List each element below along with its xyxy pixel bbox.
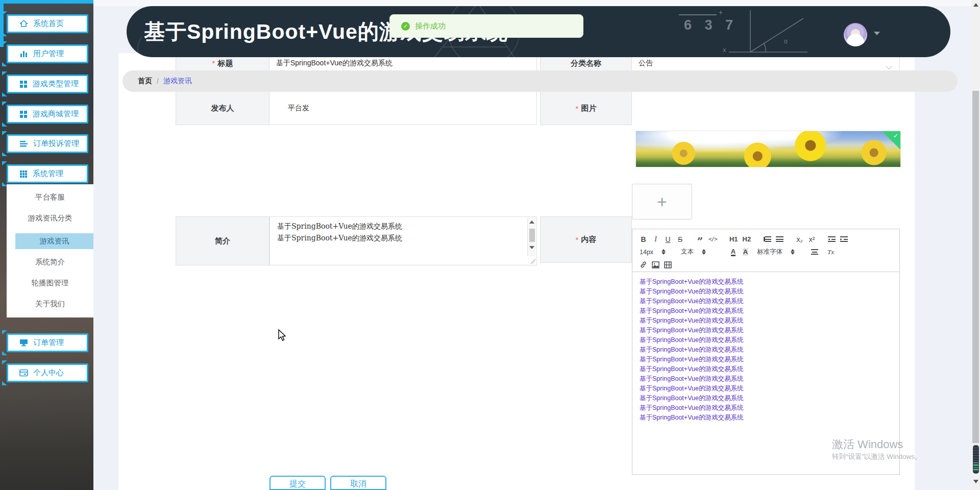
sidebar-item-label: 用户管理 [33,49,64,59]
chalk-numbers: 6 3 7 [684,17,738,33]
title-value: 基于SpringBoot+Vue的游戏交易系统 [276,59,393,68]
grid-icon [19,80,28,88]
highlight-color-button[interactable]: A [743,248,748,256]
monitor-icon [19,339,28,347]
avatar[interactable] [844,23,867,46]
font-family-value: 标准字体 [757,248,782,256]
scroll-down-icon[interactable] [529,246,534,249]
mouse-cursor [278,329,287,341]
submenu-item-about-us[interactable]: 关于我们 [7,296,93,312]
required-asterisk: * [576,235,579,244]
resize-grip-icon[interactable] [530,259,535,264]
card-icon [19,369,28,377]
submenu-item-platform-service[interactable]: 平台客服 [7,189,93,205]
h1-button[interactable]: H1 [729,235,738,243]
ordered-list-icon[interactable] [765,236,771,242]
submenu-item-carousel-mgmt[interactable]: 轮播图管理 [7,275,93,291]
windows-activation-subtext: 转到“设置”以激活 Windows。 [832,452,922,461]
submenu-item-game-news[interactable]: 游戏资讯 [15,233,93,249]
sidebar-item-system-mgmt[interactable]: 系统管理 [7,164,88,183]
field-label-text: 简介 [215,236,230,246]
intro-textarea[interactable]: 基于SpringBoot+Vue的游戏交易系统 基于SpringBoot+Vue… [270,216,537,265]
submit-button[interactable]: 提交 [270,476,326,490]
check-icon: ✓ [893,132,898,139]
breadcrumb-home[interactable]: 首页 [138,77,152,86]
field-label-text: 标题 [217,59,233,68]
underline-button[interactable]: U [664,235,672,243]
sidebar-item-label: 个人中心 [33,368,64,378]
field-label-text: 发布人 [211,104,234,113]
align-icon[interactable] [811,249,818,255]
sidebar-item-home[interactable]: 系统首页 [7,14,88,33]
required-asterisk: * [576,104,579,113]
sidebar-item-label: 游戏类型管理 [33,79,79,89]
sidebar-item-personal-center[interactable]: 个人中心 [7,363,88,382]
intro-line: 基于SpringBoot+Vue的游戏交易系统 [277,232,523,244]
scroll-up-icon[interactable] [529,220,534,224]
sidebar-accent-top [0,0,93,4]
breadcrumb-current[interactable]: 游戏资讯 [163,77,192,86]
code-button[interactable]: </> [708,236,717,242]
text-color-button[interactable]: A [731,248,736,256]
header-format-value: 文本 [681,248,694,256]
editor-line: 基于SpringBoot+Vue的游戏交易系统 [640,394,892,403]
editor-line: 基于SpringBoot+Vue的游戏交易系统 [640,287,892,297]
editor-line: 基于SpringBoot+Vue的游戏交易系统 [640,384,892,394]
scrollbar-widget[interactable] [973,445,979,474]
scrollbar-thumb[interactable] [972,91,979,443]
editor-line: 基于SpringBoot+Vue的游戏交易系统 [640,335,892,345]
textarea-scrollbar[interactable] [527,217,536,256]
video-icon[interactable] [664,261,672,268]
list-icon [19,140,28,148]
cancel-button[interactable]: 取消 [330,476,386,490]
clean-format-label: Tx [827,248,834,256]
success-toast: ✓ 操作成功 [389,14,583,38]
intro-line: 基于SpringBoot+Vue的游戏交易系统 [277,220,523,232]
outdent-icon[interactable] [828,236,836,242]
font-family-select[interactable]: 标准字体 [757,248,806,256]
blockquote-button[interactable]: ” [696,235,704,244]
windows-activation-watermark: 激活 Windows [832,437,903,452]
h2-button[interactable]: H2 [743,235,751,243]
bold-button[interactable]: B [640,235,647,243]
chalk-plus: + [719,8,723,16]
bullet-list-icon[interactable] [776,236,783,242]
image-upload-button[interactable]: + [632,184,692,219]
strikethrough-button[interactable]: S [676,235,684,243]
avatar-dropdown-icon[interactable] [874,32,880,35]
sidebar-item-users[interactable]: 用户管理 [7,44,88,63]
plus-icon: + [657,193,667,210]
submenu-item-system-intro[interactable]: 系统简介 [7,254,93,270]
editor-toolbar: B I U S ” </> H1 H2 x₂ x² [632,229,899,272]
top-strip [93,0,971,6]
select-arrows-icon [662,249,666,255]
sidebar-item-game-mall[interactable]: 游戏商城管理 [7,105,88,124]
toolbar-row-1: B I U S ” </> H1 H2 x₂ x² [640,233,894,246]
sidebar-item-game-types[interactable]: 游戏类型管理 [7,75,88,93]
field-label-content: * 内容 [540,216,632,263]
font-size-value: 14px [640,249,653,256]
scroll-down-icon[interactable] [973,480,978,483]
superscript-button[interactable]: x² [808,235,816,243]
sidebar-item-order-mgmt[interactable]: 订单管理 [7,333,88,352]
italic-button[interactable]: I [652,235,659,243]
submenu-item-news-category[interactable]: 游戏资讯分类 [7,210,93,226]
subscript-button[interactable]: x₂ [796,235,803,243]
publisher-input[interactable]: 平台发 [270,91,537,125]
link-icon[interactable] [640,261,647,268]
header-format-select[interactable]: 文本 [681,248,725,256]
image-preview[interactable]: ✓ [635,131,901,167]
scroll-up-icon[interactable] [973,3,978,7]
font-size-select[interactable]: 14px [640,249,676,256]
clean-format-button[interactable]: Tx [827,248,835,256]
page-scrollbar[interactable] [971,0,980,490]
breadcrumb-separator: / [157,77,159,85]
editor-line: 基于SpringBoot+Vue的游戏交易系统 [640,306,892,316]
grid9-icon [19,170,28,178]
image-icon[interactable] [652,261,659,268]
sidebar-accent-left [0,0,4,47]
page: 系统首页 用户管理 游戏类型管理 游戏商城管理 订单投诉管理 系统管理 平台客服… [0,0,980,490]
scrollbar-thumb[interactable] [529,229,535,242]
indent-icon[interactable] [840,236,848,242]
sidebar-item-order-complaints[interactable]: 订单投诉管理 [7,134,88,153]
